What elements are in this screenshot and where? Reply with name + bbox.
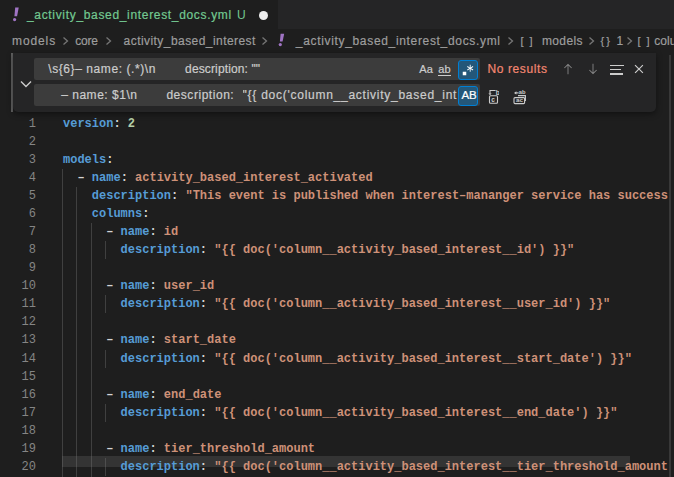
svg-text:ab: ab (518, 89, 525, 95)
svg-text:c: c (491, 95, 495, 102)
svg-text:ac: ac (516, 96, 523, 103)
svg-text:b: b (495, 89, 498, 96)
